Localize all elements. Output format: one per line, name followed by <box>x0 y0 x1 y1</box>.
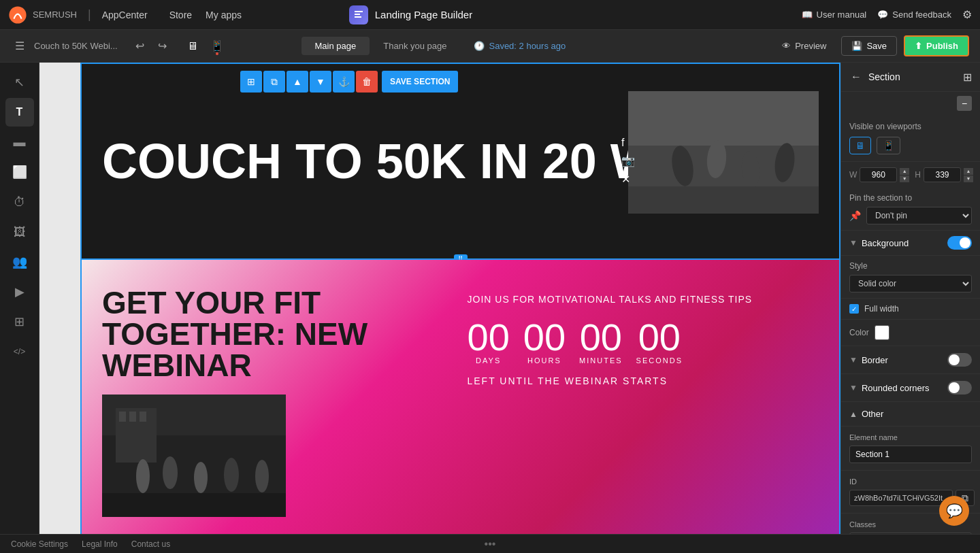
svg-rect-19 <box>102 493 286 517</box>
width-input[interactable] <box>860 167 897 182</box>
countdown-minutes: 00 MINUTES <box>579 318 623 365</box>
element-name-section: Element name <box>841 426 980 471</box>
id-label: ID <box>849 477 972 486</box>
timer-tool[interactable]: ⏱ <box>5 188 34 216</box>
send-feedback-button[interactable]: 💬 Send feedback <box>877 10 951 20</box>
app-icon <box>349 5 368 24</box>
section-anchor-btn[interactable]: ⚓ <box>333 71 355 93</box>
save-section-button[interactable]: SAVE SECTION <box>382 71 458 93</box>
border-toggle[interactable] <box>947 353 972 367</box>
id-input[interactable] <box>849 490 953 506</box>
width-down-btn[interactable]: ▼ <box>900 175 909 182</box>
section-copy-btn[interactable]: ⧉ <box>263 71 285 93</box>
border-row[interactable]: ▼ Border <box>841 346 980 374</box>
save-label: Save <box>866 41 887 51</box>
color-swatch[interactable] <box>875 325 889 340</box>
desktop-viewport-btn[interactable]: 🖥 <box>849 137 871 154</box>
pointer-tool[interactable]: ↖ <box>5 68 34 97</box>
fullwidth-row[interactable]: Full width <box>841 299 980 320</box>
preview-button[interactable]: 👁 Preview <box>774 37 834 55</box>
divider-tool[interactable]: ▬ <box>5 128 34 156</box>
user-manual-button[interactable]: 📖 User manual <box>802 10 867 20</box>
facebook-icon[interactable]: f <box>621 137 635 149</box>
redo-button[interactable]: ↪ <box>154 37 171 55</box>
store-link[interactable]: Store <box>169 10 192 20</box>
fullwidth-checkbox[interactable] <box>849 304 859 314</box>
svg-rect-7 <box>628 186 819 214</box>
panel-header: ← Section ⊞ <box>841 63 980 92</box>
style-select[interactable]: Solid color <box>849 275 972 292</box>
background-toggle[interactable] <box>947 236 972 250</box>
twitter-x-icon[interactable]: ✕ <box>621 173 635 186</box>
height-label: H <box>915 170 921 180</box>
semrush-logo[interactable]: SEMRUSH <box>8 5 77 24</box>
section-up-btn[interactable]: ▲ <box>287 71 308 93</box>
main-page-tab[interactable]: Main page <box>301 37 370 55</box>
instagram-icon[interactable]: 📷 <box>621 154 635 167</box>
mobile-view-button[interactable]: 📱 <box>205 37 229 55</box>
book-icon: 📖 <box>802 10 813 20</box>
hero-image-placeholder <box>628 91 819 214</box>
video-tool[interactable]: ▶ <box>5 278 34 306</box>
publish-label: Publish <box>926 41 958 51</box>
undo-button[interactable]: ↩ <box>131 37 148 55</box>
layout-tool[interactable]: ⊞ <box>5 307 34 336</box>
cookie-settings-link[interactable]: Cookie Settings <box>11 539 68 549</box>
collapse-button[interactable]: − <box>957 96 972 111</box>
logo-divider: | <box>88 7 91 22</box>
panel-back-button[interactable]: ← <box>849 69 863 84</box>
mobile-viewport-btn[interactable]: 📱 <box>877 137 900 154</box>
image-tool[interactable]: 🖼 <box>5 218 34 246</box>
section-delete-btn[interactable]: 🗑 <box>356 71 378 93</box>
width-group: W ▲ ▼ <box>849 167 909 182</box>
section-tool[interactable]: ⬜ <box>5 158 34 186</box>
people-tool[interactable]: 👥 <box>5 248 34 276</box>
save-button[interactable]: 💾 Save <box>841 36 897 56</box>
style-row: Style Solid color <box>841 256 980 299</box>
section-select-btn[interactable]: ⊞ <box>240 71 262 93</box>
app-title-text: Landing Page Builder <box>375 9 472 20</box>
pin-label: Pin the section to <box>849 193 972 203</box>
hours-label: HOURS <box>523 356 566 365</box>
element-name-label: Element name <box>849 433 972 441</box>
element-name-input[interactable] <box>849 446 972 463</box>
fitness-section[interactable]: GET YOUR FIT TOGETHER: NEW WEBINAR <box>80 260 840 546</box>
app-icon-svg <box>353 10 364 20</box>
rounded-toggle[interactable] <box>947 381 972 395</box>
webinar-subtitle: JOIN US FOR MOTIVATIONAL TALKS AND FITNE… <box>468 294 819 305</box>
fitness-left: GET YOUR FIT TOGETHER: NEW WEBINAR <box>102 287 454 517</box>
saved-indicator: 🕐 Saved: 2 hours ago <box>474 41 566 51</box>
panel-grid-button[interactable]: ⊞ <box>963 71 972 84</box>
text-tool[interactable]: T <box>5 98 34 127</box>
countdown-seconds: 00 SECONDS <box>636 318 683 365</box>
rounded-corners-row[interactable]: ▼ Rounded corners <box>841 374 980 402</box>
pin-select[interactable]: Don't pin <box>866 207 972 224</box>
height-input[interactable] <box>924 167 961 182</box>
canvas-area[interactable]: ⊞ ⧉ ▲ ▼ ⚓ 🗑 SAVE SECTION COUCH TO 50K IN… <box>39 63 840 553</box>
contact-us-link[interactable]: Contact us <box>131 539 170 549</box>
code-tool[interactable]: </> <box>5 337 34 366</box>
bottom-dots: ••• <box>485 538 496 550</box>
height-down-btn[interactable]: ▼ <box>964 175 973 182</box>
style-label: Style <box>849 261 972 271</box>
hero-section[interactable]: COUCH TO 50K IN 20 WEEKS <box>80 63 840 260</box>
pin-icon: 📌 <box>849 210 861 221</box>
height-stepper: ▲ ▼ <box>964 168 973 182</box>
desktop-view-button[interactable]: 🖥 <box>182 37 203 55</box>
width-label: W <box>849 170 857 180</box>
chat-bubble[interactable]: 💬 <box>939 496 969 526</box>
hero-image-svg <box>628 91 819 214</box>
menu-button[interactable]: ☰ <box>11 37 29 55</box>
width-up-btn[interactable]: ▲ <box>900 168 909 175</box>
my-apps-link[interactable]: My apps <box>206 10 242 20</box>
legal-info-link[interactable]: Legal Info <box>82 539 118 549</box>
fitness-title: GET YOUR FIT TOGETHER: NEW WEBINAR <box>102 287 454 381</box>
section-down-btn[interactable]: ▼ <box>310 71 331 93</box>
thank-you-page-tab[interactable]: Thank you page <box>370 37 460 55</box>
panel-title: Section <box>868 71 958 82</box>
publish-button[interactable]: ⬆ Publish <box>904 35 969 56</box>
settings-icon[interactable]: ⚙ <box>962 8 972 21</box>
other-header[interactable]: ▲ Other <box>841 402 980 426</box>
height-up-btn[interactable]: ▲ <box>964 168 973 175</box>
minutes-number: 00 <box>579 318 623 356</box>
